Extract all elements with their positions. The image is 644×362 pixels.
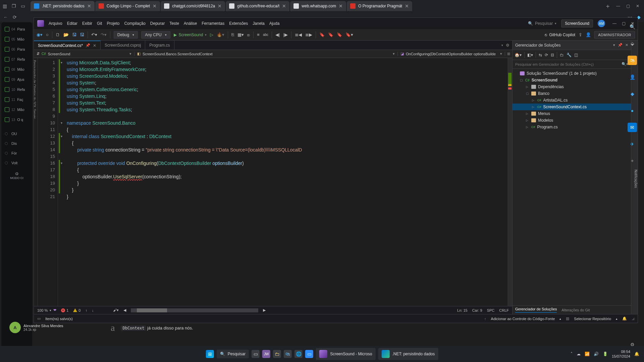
folder-modelos-node[interactable]: ▷Modelos bbox=[513, 117, 631, 124]
taskbar-search[interactable]: 🔍Pesquisar bbox=[217, 350, 249, 358]
tab-overview-icon[interactable]: ▥ bbox=[3, 3, 7, 9]
zoom-icon[interactable]: ▭ bbox=[305, 350, 313, 358]
browser-tab[interactable]: O Programador Pragmát✕ bbox=[347, 1, 412, 11]
sidebar-link[interactable]: ◌Fór bbox=[3, 148, 31, 158]
sidebar-link[interactable]: ◌Volt bbox=[3, 158, 31, 168]
document-tab[interactable]: ScreenSound.csproj bbox=[101, 41, 145, 50]
clock[interactable]: 08:54 15/07/2024 bbox=[612, 349, 630, 359]
nav-up-icon[interactable]: ↑ bbox=[85, 308, 87, 312]
redo-icon[interactable]: ↷▾ bbox=[101, 32, 107, 37]
browser-tab[interactable]: Codigo Limpo - Complet✕ bbox=[95, 1, 160, 11]
tray-chevron-icon[interactable]: ˄ bbox=[571, 352, 573, 356]
sync-doc-icon[interactable]: ⇆ bbox=[539, 53, 542, 57]
config-dropdown[interactable]: Debug▾ bbox=[114, 31, 138, 39]
bell-icon[interactable]: 🔔 bbox=[622, 316, 627, 321]
course-step[interactable]: 11Faç bbox=[3, 95, 31, 105]
save-all-icon[interactable]: 🖫 bbox=[80, 32, 84, 37]
theme-toggle[interactable]: ☼MODO CI bbox=[3, 168, 31, 182]
solution-search[interactable]: 🔍▾ bbox=[513, 60, 631, 69]
store-icon[interactable]: 🛍 bbox=[284, 350, 292, 358]
bookmark-clear-icon[interactable]: 🔖▾ bbox=[345, 32, 353, 37]
menu-item[interactable]: Projeto bbox=[107, 21, 119, 26]
error-count[interactable]: ✕1 bbox=[61, 308, 68, 312]
refresh-soln-icon[interactable]: ⟳ bbox=[545, 53, 548, 57]
menu-item[interactable]: Ajuda bbox=[269, 21, 280, 26]
task-view-icon[interactable]: ▭ bbox=[252, 350, 260, 358]
add-source-control-button[interactable]: Adicionar ao Controle do Código-Fonte bbox=[491, 317, 555, 321]
outdent-icon[interactable]: ≣◀ bbox=[295, 32, 302, 37]
indent-out-icon[interactable]: ◀| bbox=[275, 32, 280, 37]
collapse-icon[interactable]: ⊟ bbox=[551, 53, 554, 57]
tab-close-icon[interactable]: ✕ bbox=[153, 3, 157, 9]
file-program-node[interactable]: ▷C#Program.cs bbox=[513, 124, 631, 130]
course-step[interactable]: 06Para bbox=[3, 44, 31, 54]
pin-icon[interactable]: 📌 bbox=[618, 43, 623, 47]
cube-icon[interactable]: ❐ bbox=[12, 3, 16, 9]
menu-item[interactable]: Análise bbox=[184, 21, 197, 26]
window-minimize-icon[interactable]: — bbox=[616, 4, 620, 8]
chrome-icon[interactable]: 🌐 bbox=[294, 350, 303, 358]
notifications-tray-icon[interactable]: 🔔 bbox=[634, 352, 639, 356]
course-step[interactable]: 12Mão bbox=[3, 105, 31, 115]
feedback-icon[interactable]: 👤 bbox=[586, 32, 591, 37]
course-step[interactable]: 10Refa bbox=[3, 84, 31, 95]
account-avatar[interactable]: AM bbox=[598, 20, 605, 27]
github-copilot-button[interactable]: ⎋GitHub Copilot bbox=[545, 33, 575, 37]
course-step[interactable]: 08Mão bbox=[3, 64, 31, 74]
tab-close-icon[interactable]: ✕ bbox=[218, 3, 222, 9]
switch-view-icon[interactable]: ◧▾ bbox=[527, 53, 533, 57]
code-area[interactable]: using Microsoft.Data.SqlClient;using Mic… bbox=[65, 58, 302, 306]
person-sidebar-icon[interactable]: 👤 bbox=[628, 72, 637, 82]
onedrive-icon[interactable]: ☁ bbox=[577, 352, 581, 356]
nav-project-dropdown[interactable]: ⇵ C# ScreenSound▾ bbox=[34, 52, 135, 56]
output-icon[interactable]: ▭ bbox=[37, 316, 41, 321]
menu-item[interactable]: Compilação bbox=[124, 21, 145, 26]
scroll-indicator[interactable] bbox=[507, 58, 512, 306]
start-nodebug-icon[interactable]: ▷ bbox=[210, 32, 213, 37]
wifi-icon[interactable]: 📶 bbox=[585, 352, 590, 356]
course-step[interactable]: 07Refa bbox=[3, 54, 31, 64]
volume-icon[interactable]: 🔊 bbox=[594, 352, 599, 356]
vs-minimize-icon[interactable]: — bbox=[612, 21, 616, 26]
new-tab-button[interactable]: ＋ bbox=[602, 2, 613, 10]
indent-indicator[interactable]: SPC bbox=[487, 308, 495, 312]
taskbar-vs-window[interactable]: ScreenSound - Microso bbox=[316, 348, 375, 360]
line-indicator[interactable]: Ln: 15 bbox=[457, 308, 468, 312]
project-node[interactable]: ▢C#ScreenSound bbox=[513, 77, 631, 83]
tab-settings-icon[interactable]: ⚙ bbox=[506, 43, 509, 48]
tab-close-icon[interactable]: ✕ bbox=[282, 3, 286, 9]
tab-dropdown-icon[interactable]: ▾ bbox=[501, 44, 503, 47]
solution-root-node[interactable]: Solução 'ScreenSound' (1 de 1 projeto) bbox=[513, 70, 631, 77]
solution-search-input[interactable] bbox=[515, 62, 620, 66]
windows-icon[interactable]: ▭ bbox=[21, 3, 25, 9]
indent-in-icon[interactable]: |▶ bbox=[283, 32, 287, 37]
menu-item[interactable]: Depurar bbox=[150, 21, 165, 26]
refresh-icon[interactable]: ⟳ bbox=[13, 14, 17, 20]
solution-pill[interactable]: ScreenSound bbox=[561, 19, 593, 27]
col-indicator[interactable]: Car: 9 bbox=[472, 308, 482, 312]
undo-icon[interactable]: ↶▾ bbox=[91, 32, 97, 37]
taskbar-edge-window[interactable]: .NET: persistindo dados bbox=[378, 348, 438, 360]
vs-maximize-icon[interactable]: ▢ bbox=[622, 21, 626, 26]
bookmark-icon[interactable]: 🔖 bbox=[319, 32, 325, 37]
office-sidebar-icon[interactable]: ◆ bbox=[628, 89, 637, 99]
nav-fwd-icon[interactable]: ○ bbox=[46, 32, 49, 37]
nav-down-icon[interactable]: ↓ bbox=[92, 308, 94, 312]
start-button[interactable]: ⊞ bbox=[206, 350, 214, 358]
hscroll-left-icon[interactable]: ◀ bbox=[123, 308, 126, 312]
window-dropdown-icon[interactable]: ▾ bbox=[613, 43, 615, 47]
tab-close-icon[interactable]: ✕ bbox=[405, 3, 409, 9]
telegram-sidebar-icon[interactable]: ✈ bbox=[628, 139, 637, 149]
window-maximize-icon[interactable]: ▢ bbox=[626, 4, 630, 8]
show-all-icon[interactable]: 🗀 bbox=[560, 53, 564, 57]
menu-item[interactable]: Arquivo bbox=[49, 21, 62, 26]
search-sidebar-icon[interactable]: 🔍 bbox=[628, 22, 637, 32]
file-context-node[interactable]: ▷C#ScreenSoundContext.cs bbox=[513, 104, 631, 110]
home-soln-icon[interactable]: 🏠▾ bbox=[515, 53, 522, 57]
hscroll-right-icon[interactable]: ▶ bbox=[263, 308, 266, 312]
solution-tree[interactable]: Solução 'ScreenSound' (1 de 1 projeto) ▢… bbox=[513, 69, 631, 305]
user-profile[interactable]: A Alexandre Silva Mendes 24.1k xp bbox=[9, 322, 63, 333]
preview-icon[interactable]: ◫ bbox=[574, 53, 578, 57]
hotreload-icon[interactable]: 🔥▾ bbox=[217, 32, 224, 37]
sql-object-explorer-tab[interactable]: Pesquisador de Objetos do SQL Server bbox=[34, 58, 38, 306]
